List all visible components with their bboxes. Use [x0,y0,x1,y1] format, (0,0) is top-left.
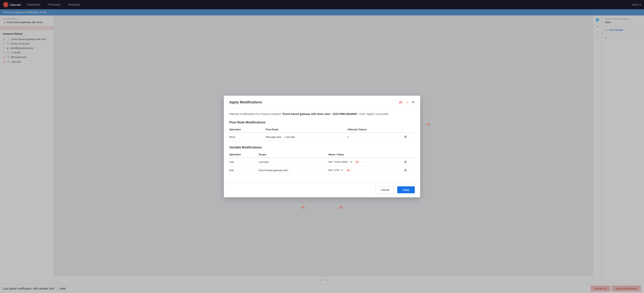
delete-flow-node-button[interactable]: 🗑 [403,135,408,139]
table-row: Edit Event based gateway with... test: 1… [229,166,415,174]
scope-cell: Event based gateway with... [259,166,328,174]
name-value-cell: test: 1234 ⧉ (3) ← [328,166,403,174]
col-operation: Operation [229,152,259,158]
annotation-5-footer: (5) [339,206,342,209]
arrow-left-icon: ← [360,160,362,163]
modal-overlay: Apply Modifications (4) → ✕ Planned modi… [0,0,644,293]
table-row: Add Last task test: "some value" ⧉ (2) ←… [229,158,415,166]
table-row: Move Message task → Last task 1 🗑 [229,133,415,141]
dialog-title: Apply Modifications [229,100,262,104]
variable-section-title: Variable Modifications [229,146,415,149]
affected-tokens-cell: 1 [348,133,403,141]
annotation-4-footer: (4) [302,206,305,209]
arrow-right-icon: → [404,100,409,105]
apply-modifications-dialog: Apply Modifications (4) → ✕ Planned modi… [224,96,420,197]
arrow-up-icon-5: ↑ [340,201,342,206]
delete-var-2-button[interactable]: 🗑 [403,168,408,172]
flow-node-section: Flow Node Modifications Operation Flow N… [229,121,415,141]
annotation-4-header: (4) [399,101,402,104]
operation-cell: Move [229,133,266,141]
operation-cell: Add [229,158,259,166]
dialog-footer: ↑ (4) ↑ (5) Cancel Apply [224,183,420,197]
variable-section: Variable Modifications Operation Scope N… [229,146,415,174]
col-operation: Operation [229,126,266,133]
delete-var-1-button[interactable]: 🗑 [403,160,408,164]
copy-icon[interactable]: ⧉ [350,160,352,164]
flow-node-section-title: Flow Node Modifications [229,121,415,124]
flow-node-cell: Message task → Last task [266,133,348,141]
dialog-description: Planned modifications for Process Instan… [229,112,415,116]
flow-node-table: Operation Flow Node Affected Tokens (1) … [229,126,415,141]
col-affected-tokens: Affected Tokens [348,126,403,133]
dialog-close-area: (4) → ✕ [399,100,415,105]
arrow-up-icon-4: ↑ [302,201,304,206]
dialog-body: Planned modifications for Process Instan… [224,108,420,183]
dialog-close-button[interactable]: ✕ [412,100,415,104]
arrow-down-icon: ↓ [428,126,430,130]
col-name-value: Name / Value [328,152,403,158]
col-flow-node: Flow Node [266,126,348,133]
name-value-cell: test: "some value" ⧉ (2) ← [328,158,403,166]
scope-cell: Last task [259,158,328,166]
copy-icon[interactable]: ⧉ [341,169,343,172]
annotation-2: (2) [356,160,359,163]
annotation-3: (3) [347,169,350,172]
operation-cell: Edit [229,166,259,174]
cancel-button[interactable]: Cancel [375,186,395,194]
dialog-header: Apply Modifications (4) → ✕ [224,96,420,108]
apply-button[interactable]: Apply [397,186,415,193]
annotation-1: (1) [427,123,430,126]
variable-table: Operation Scope Name / Value Add Last ta… [229,152,415,174]
arrow-left-icon: ← [350,169,353,172]
col-scope: Scope [259,152,328,158]
